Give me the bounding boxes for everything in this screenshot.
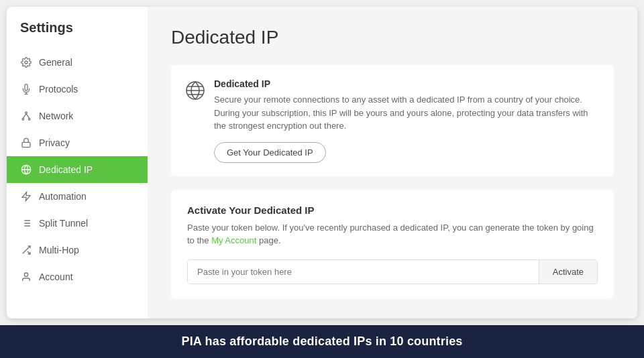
my-account-link[interactable]: My Account bbox=[211, 235, 256, 245]
svg-point-0 bbox=[25, 61, 28, 64]
svg-point-5 bbox=[28, 118, 30, 120]
split-icon bbox=[20, 217, 32, 229]
sidebar-label-dedicated-ip: Dedicated IP bbox=[39, 164, 93, 175]
sidebar-label-network: Network bbox=[39, 111, 73, 121]
gear-icon bbox=[20, 56, 32, 68]
get-dedicated-ip-button[interactable]: Get Your Dedicated IP bbox=[214, 142, 326, 163]
info-card-desc: Secure your remote connections to any as… bbox=[214, 93, 600, 133]
sidebar-item-privacy[interactable]: Privacy bbox=[7, 129, 148, 156]
svg-point-20 bbox=[24, 273, 28, 276]
sidebar-label-privacy: Privacy bbox=[39, 137, 70, 148]
activate-card-desc: Paste your token below. If you've recent… bbox=[187, 221, 598, 247]
svg-point-4 bbox=[22, 118, 24, 120]
bolt-icon bbox=[20, 190, 32, 202]
globe-shield-icon bbox=[20, 164, 32, 176]
main-content: Dedicated IP Dedicated IP Secure your re… bbox=[148, 7, 637, 318]
network-icon bbox=[20, 110, 32, 122]
multihop-icon bbox=[20, 244, 32, 256]
sidebar-item-split-tunnel[interactable]: Split Tunnel bbox=[7, 210, 148, 237]
sidebar-item-general[interactable]: General bbox=[7, 49, 148, 76]
activate-desc-after: page. bbox=[256, 235, 280, 245]
sidebar-title: Settings bbox=[7, 20, 148, 49]
sidebar-item-multi-hop[interactable]: Multi-Hop bbox=[7, 237, 148, 263]
sidebar: Settings General Protocols bbox=[7, 7, 148, 318]
sidebar-item-protocols[interactable]: Protocols bbox=[7, 76, 148, 103]
mic-icon bbox=[20, 83, 32, 95]
activate-card-title: Activate Your Dedicated IP bbox=[187, 204, 598, 216]
sidebar-item-account[interactable]: Account bbox=[7, 263, 148, 290]
lock-icon bbox=[20, 137, 32, 149]
token-row: Activate bbox=[187, 259, 598, 284]
sidebar-label-protocols: Protocols bbox=[39, 84, 78, 95]
info-card-body: Dedicated IP Secure your remote connecti… bbox=[214, 78, 600, 163]
sidebar-item-automation[interactable]: Automation bbox=[7, 183, 148, 210]
info-card-title: Dedicated IP bbox=[214, 78, 600, 89]
sidebar-label-general: General bbox=[39, 57, 72, 68]
user-icon bbox=[20, 271, 32, 283]
info-card: Dedicated IP Secure your remote connecti… bbox=[171, 65, 614, 176]
sidebar-label-account: Account bbox=[39, 272, 73, 282]
svg-rect-8 bbox=[22, 142, 30, 147]
activate-button[interactable]: Activate bbox=[539, 260, 597, 284]
activate-card: Activate Your Dedicated IP Paste your to… bbox=[171, 190, 614, 299]
dedicated-ip-icon bbox=[184, 80, 206, 101]
token-input[interactable] bbox=[188, 260, 539, 284]
page-title: Dedicated IP bbox=[171, 27, 614, 48]
svg-marker-11 bbox=[22, 192, 30, 200]
sidebar-item-dedicated-ip[interactable]: Dedicated IP bbox=[7, 156, 148, 183]
sidebar-label-automation: Automation bbox=[39, 191, 87, 202]
sidebar-item-network[interactable]: Network bbox=[7, 103, 148, 129]
svg-line-7 bbox=[26, 114, 30, 119]
svg-line-6 bbox=[23, 114, 26, 119]
bottom-banner: PIA has affordable dedicated IPs in 10 c… bbox=[0, 325, 644, 358]
sidebar-label-multi-hop: Multi-Hop bbox=[39, 245, 79, 255]
svg-point-3 bbox=[25, 112, 28, 114]
sidebar-label-split-tunnel: Split Tunnel bbox=[39, 218, 88, 229]
